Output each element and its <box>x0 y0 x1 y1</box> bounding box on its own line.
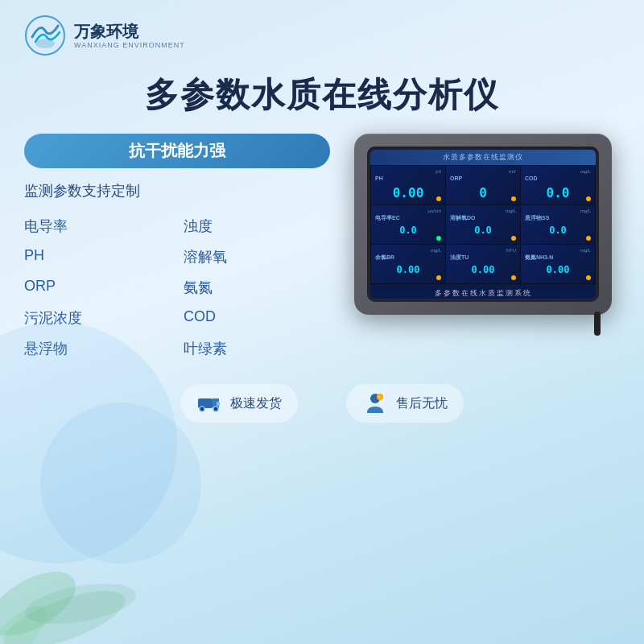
cell-value-ph: 0.00 <box>375 185 441 200</box>
svg-point-0 <box>0 559 86 644</box>
cell-value-orp: 0 <box>450 185 516 200</box>
bg-decoration-2 <box>40 402 201 564</box>
feature-item-9: 叶绿素 <box>184 336 330 361</box>
cell-indicator-cod <box>586 196 591 201</box>
cell-value-ss: 0.0 <box>525 225 591 236</box>
screen-cell-orp: ORP mV 0 <box>446 166 520 204</box>
logo-icon <box>24 14 66 56</box>
cell-label-tu: 浊度TU <box>450 254 469 260</box>
svg-point-1 <box>0 579 132 644</box>
cell-unit-tu: NTU <box>506 248 516 253</box>
screen-header: 水质多参数在线监测仪 <box>370 150 596 165</box>
screen-grid: PH ph 0.00 ORP mV 0 <box>370 165 596 284</box>
screen-cell-br: 余氯BR mg/L 0.00 <box>371 245 445 283</box>
left-panel: 抗干扰能力强 监测参数支持定制 电导率 浊度 PH 溶解氧 ORP 氨氮 污泥浓… <box>24 134 330 361</box>
cell-unit-do: mg/L <box>506 208 516 213</box>
svg-point-3 <box>22 576 139 631</box>
service-text: 售后无忧 <box>396 395 448 412</box>
cell-indicator-br <box>436 275 441 280</box>
cell-label-nh3: 氨氮NH3-N <box>525 254 553 260</box>
cell-unit-ec: μu/cm <box>428 208 441 213</box>
svg-point-10 <box>213 407 218 411</box>
feature-item-1: 浊度 <box>184 213 330 239</box>
screen-cell-tu: 浊度TU NTU 0.00 <box>446 245 520 283</box>
cell-indicator-tu <box>511 275 516 280</box>
screen-cell-ss: 悬浮物SS mg/L 0.0 <box>521 205 595 244</box>
cell-label-ec: 电导率EC <box>375 215 400 221</box>
cell-label-do: 溶解氧DO <box>450 215 476 221</box>
cell-label-cod: COD <box>525 175 538 181</box>
brand-name-en: WANXIANG ENVIRONMENT <box>74 41 185 49</box>
feature-item-6: 污泥浓度 <box>24 305 171 331</box>
device-outer: 水质多参数在线监测仪 PH ph 0.00 ORP mV <box>354 134 612 315</box>
feature-item-3: 溶解氧 <box>184 244 330 270</box>
device-screen: 水质多参数在线监测仪 PH ph 0.00 ORP mV <box>370 150 596 299</box>
cell-indicator-orp <box>511 196 516 201</box>
cell-unit-ss: mg/L <box>580 208 591 213</box>
feature-item-8: 悬浮物 <box>24 336 171 361</box>
logo-container: 万象环境 WANXIANG ENVIRONMENT <box>24 14 185 56</box>
device-label: 多参数在线水质监测系统 <box>370 288 596 299</box>
device-screen-border: 水质多参数在线监测仪 PH ph 0.00 ORP mV <box>367 147 599 302</box>
cell-value-tu: 0.00 <box>450 264 516 275</box>
svg-point-9 <box>200 407 204 411</box>
feature-item-4: ORP <box>24 275 171 300</box>
device-cable <box>594 312 601 336</box>
bottom-feature-delivery: 极速发货 <box>180 384 298 423</box>
cell-unit-orp: mV <box>509 169 516 174</box>
svg-point-2 <box>0 597 56 644</box>
cell-unit-cod: mg/L <box>580 169 591 174</box>
cell-label-orp: ORP <box>450 175 462 181</box>
bottom-feature-service: ? 售后无忧 <box>346 384 464 423</box>
cell-indicator-do <box>511 236 516 241</box>
bottom-bar: 极速发货 ? 售后无忧 <box>0 384 644 423</box>
cell-indicator-nh3 <box>586 275 591 280</box>
screen-cell-ec: 电导率EC μu/cm 0.0 <box>371 205 445 244</box>
truck-icon <box>196 390 222 416</box>
cell-unit-br: mg/L <box>431 248 441 253</box>
cell-indicator-ss <box>586 236 591 241</box>
screen-cell-nh3: 氨氮NH3-N mg/L 0.00 <box>521 245 595 283</box>
cell-label-br: 余氯BR <box>375 254 394 260</box>
page-title: 多参数水质在线分析仪 <box>0 72 644 118</box>
cell-value-ec: 0.0 <box>375 225 441 236</box>
feature-item-0: 电导率 <box>24 213 171 239</box>
header: 万象环境 WANXIANG ENVIRONMENT <box>0 0 644 64</box>
screen-cell-cod: COD mg/L 0.0 <box>521 166 595 204</box>
highlight-badge: 抗干扰能力强 <box>24 134 330 168</box>
svg-point-5 <box>35 39 55 48</box>
feature-item-7: COD <box>184 305 330 331</box>
cell-unit-nh3: mg/L <box>580 248 591 253</box>
cell-value-br: 0.00 <box>375 264 441 275</box>
feature-item-5: 氨氮 <box>184 275 330 300</box>
service-icon: ? <box>362 390 388 416</box>
cell-indicator-ph <box>436 196 441 201</box>
cell-label-ph: PH <box>375 175 383 181</box>
delivery-text: 极速发货 <box>230 395 282 412</box>
cell-value-cod: 0.0 <box>525 185 591 200</box>
subtitle: 监测参数支持定制 <box>24 181 330 200</box>
cell-value-nh3: 0.00 <box>525 264 591 275</box>
cell-indicator-ec <box>436 236 441 241</box>
cell-value-do: 0.0 <box>450 225 516 236</box>
feature-item-2: PH <box>24 244 171 270</box>
svg-rect-8 <box>217 402 220 406</box>
content-area: 抗干扰能力强 监测参数支持定制 电导率 浊度 PH 溶解氧 ORP 氨氮 污泥浓… <box>0 134 644 361</box>
features-grid: 电导率 浊度 PH 溶解氧 ORP 氨氮 污泥浓度 COD 悬浮物 叶绿素 <box>24 213 330 361</box>
screen-cell-ph: PH ph 0.00 <box>371 166 445 204</box>
cell-label-ss: 悬浮物SS <box>525 215 549 221</box>
right-panel: 水质多参数在线监测仪 PH ph 0.00 ORP mV <box>346 134 620 315</box>
logo-text: 万象环境 WANXIANG ENVIRONMENT <box>74 22 185 49</box>
cell-unit-ph: ph <box>436 169 441 174</box>
brand-name-cn: 万象环境 <box>74 22 185 41</box>
screen-cell-do: 溶解氧DO mg/L 0.0 <box>446 205 520 244</box>
decorative-leaf <box>0 443 161 644</box>
